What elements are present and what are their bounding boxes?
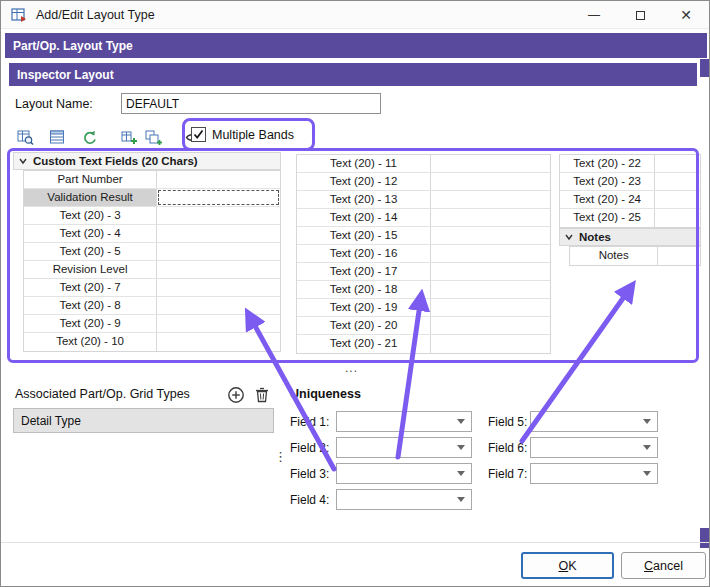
field-row[interactable]: Text (20) - 4 (24, 225, 280, 243)
window-title: Add/Edit Layout Type (36, 8, 155, 22)
part-op-header-label: Part/Op. Layout Type (13, 39, 133, 53)
uniqueness-title: Uniqueness (290, 387, 361, 401)
field-row[interactable]: Text (20) - 8 (24, 297, 280, 315)
horizontal-splitter-grip[interactable]: ... (345, 361, 358, 375)
field-value-cell[interactable] (655, 209, 700, 227)
field-row[interactable]: Text (20) - 18 (297, 281, 550, 299)
band-1: Custom Text Fields (20 Chars) Part Numbe… (13, 152, 281, 352)
grid-search-icon[interactable] (13, 126, 37, 148)
chevron-down-icon (18, 156, 28, 166)
field7-combo[interactable] (530, 463, 658, 484)
field-value-cell[interactable] (157, 243, 280, 260)
layout-name-label: Layout Name: (15, 97, 93, 111)
field-row[interactable]: Text (20) - 19 (297, 299, 550, 317)
field-row[interactable]: Text (20) - 21 (297, 335, 550, 353)
cancel-button[interactable]: Cancel (621, 552, 706, 579)
field-row[interactable]: Text (20) - 11 (297, 155, 550, 173)
chevron-down-icon (457, 471, 465, 476)
ok-button[interactable]: OK (521, 552, 614, 579)
right-edge-tab-bottom (700, 528, 710, 548)
field-value-cell[interactable] (431, 263, 550, 280)
field-row[interactable]: Revision Level (24, 261, 280, 279)
field-row-selected[interactable]: Validation Result (24, 189, 280, 207)
field-value-cell[interactable] (157, 315, 280, 332)
vertical-splitter-grip[interactable]: ⋮ (274, 449, 287, 464)
field-row[interactable]: Text (20) - 15 (297, 227, 550, 245)
field-value-cell[interactable] (157, 225, 280, 242)
close-button[interactable]: ✕ (663, 1, 709, 29)
field-value-cell[interactable] (157, 171, 280, 188)
field-value-cell[interactable] (431, 245, 550, 262)
field-value-editor[interactable] (157, 189, 280, 206)
field-value-cell[interactable] (431, 155, 550, 172)
maximize-icon (636, 11, 645, 20)
field2-combo[interactable] (336, 437, 472, 458)
inspector-layout-header: Inspector Layout (9, 63, 697, 86)
band-rows-icon[interactable] (45, 126, 69, 148)
field-value-cell[interactable] (431, 317, 550, 334)
field-row[interactable]: Text (20) - 10 (24, 333, 280, 351)
group-header-label: Notes (579, 231, 611, 243)
field-row[interactable]: Text (20) - 17 (297, 263, 550, 281)
group-header-custom-text-fields[interactable]: Custom Text Fields (20 Chars) (13, 152, 281, 170)
delete-grid-type-button[interactable] (253, 386, 271, 404)
field5-combo[interactable] (530, 411, 658, 432)
undo-icon[interactable] (77, 126, 101, 148)
field-row[interactable]: Text (20) - 9 (24, 315, 280, 333)
field-row[interactable]: Notes (570, 247, 700, 265)
chevron-down-icon (564, 232, 574, 242)
field-row[interactable]: Text (20) - 3 (24, 207, 280, 225)
field-row[interactable]: Text (20) - 24 (560, 191, 700, 209)
field-value-cell[interactable] (658, 247, 700, 265)
field-row[interactable]: Text (20) - 5 (24, 243, 280, 261)
grid-type-list-item[interactable]: Detail Type (13, 408, 274, 433)
field-value-cell[interactable] (157, 333, 280, 351)
field-value-cell[interactable] (431, 191, 550, 208)
copy-band-icon[interactable] (141, 126, 165, 148)
field-value-cell[interactable] (431, 209, 550, 226)
toolbar (13, 125, 205, 149)
layout-name-input[interactable] (121, 93, 381, 114)
multiple-bands-checkbox[interactable]: Multiple Bands (191, 127, 294, 142)
field-row[interactable]: Text (20) - 25 (560, 209, 700, 227)
multiple-bands-label: Multiple Bands (212, 128, 294, 142)
add-grid-type-button[interactable] (227, 386, 245, 404)
field-value-cell[interactable] (655, 155, 700, 172)
app-icon (11, 7, 27, 23)
field6-combo[interactable] (530, 437, 658, 458)
chevron-down-icon (643, 445, 651, 450)
group-header-notes[interactable]: Notes (559, 228, 701, 246)
field-row[interactable]: Text (20) - 7 (24, 279, 280, 297)
associated-grid-types-title: Associated Part/Op. Grid Types (15, 387, 190, 401)
field-row[interactable]: Text (20) - 13 (297, 191, 550, 209)
field-row[interactable]: Part Number (24, 171, 280, 189)
field-value-cell[interactable] (431, 281, 550, 298)
field-value-cell[interactable] (431, 299, 550, 316)
field-row[interactable]: Text (20) - 14 (297, 209, 550, 227)
minimize-button[interactable]: — (571, 1, 617, 29)
field3-combo[interactable] (336, 463, 472, 484)
field-value-cell[interactable] (655, 173, 700, 190)
field-value-cell[interactable] (157, 297, 280, 314)
field-value-cell[interactable] (431, 335, 550, 353)
field-row[interactable]: Text (20) - 16 (297, 245, 550, 263)
field1-label: Field 1: (290, 415, 329, 429)
field-row[interactable]: Text (20) - 22 (560, 155, 700, 173)
field-value-cell[interactable] (655, 191, 700, 208)
field-value-cell[interactable] (431, 173, 550, 190)
field7-label: Field 7: (488, 467, 527, 481)
right-edge-tab-top (700, 59, 710, 77)
field4-combo[interactable] (336, 489, 472, 510)
field-row[interactable]: Text (20) - 23 (560, 173, 700, 191)
maximize-button[interactable] (617, 1, 663, 29)
field-value-cell[interactable] (157, 279, 280, 296)
field-row[interactable]: Text (20) - 20 (297, 317, 550, 335)
field-row[interactable]: Text (20) - 12 (297, 173, 550, 191)
field-value-cell[interactable] (157, 207, 280, 224)
field-value-cell[interactable] (157, 261, 280, 278)
field1-combo[interactable] (336, 411, 472, 432)
field-value-cell[interactable] (431, 227, 550, 244)
title-bar[interactable]: Add/Edit Layout Type — ✕ (1, 1, 709, 29)
add-band-icon[interactable] (117, 126, 141, 148)
field4-label: Field 4: (290, 493, 329, 507)
